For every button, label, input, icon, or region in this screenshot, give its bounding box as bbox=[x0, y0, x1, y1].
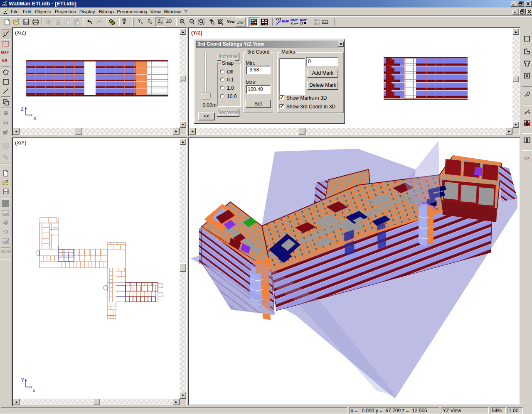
svg-text:x: x bbox=[33, 388, 35, 393]
svg-text:Z: Z bbox=[21, 107, 24, 112]
svg-text:Y: Y bbox=[21, 378, 24, 382]
svg-text:X: X bbox=[33, 116, 37, 121]
